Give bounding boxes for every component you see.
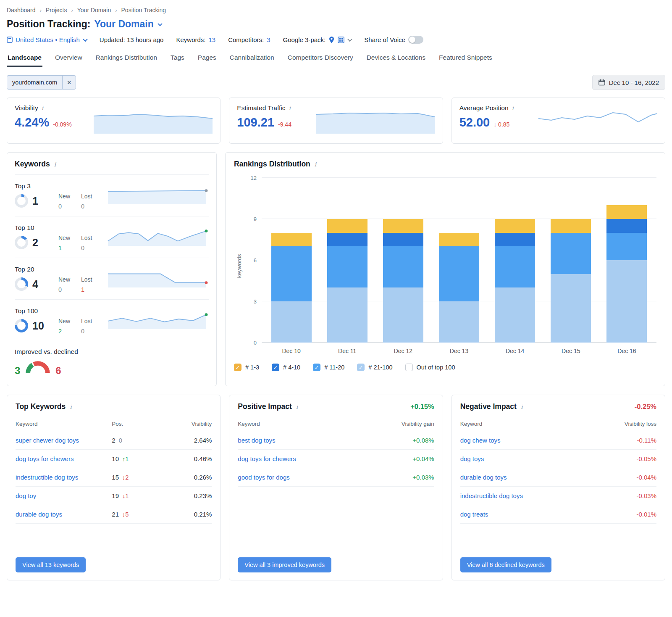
location-language-selector[interactable]: United States • English	[7, 36, 87, 43]
info-icon[interactable]: i	[314, 161, 317, 168]
bar-segment[interactable]	[271, 246, 312, 301]
keywords-count-link[interactable]: 13	[209, 36, 216, 43]
info-icon[interactable]: i	[53, 161, 57, 168]
bar-segment[interactable]	[606, 205, 647, 219]
chevron-down-icon[interactable]	[348, 37, 352, 41]
keyword-link[interactable]: best dog toys	[238, 437, 384, 444]
bar-segment[interactable]	[271, 233, 312, 247]
map-pin-icon[interactable]	[328, 36, 335, 44]
tab-cannibalization[interactable]: Cannibalization	[229, 50, 275, 67]
info-icon[interactable]: i	[288, 105, 291, 111]
bar-segment[interactable]	[383, 287, 423, 343]
legend-item[interactable]: Out of top 100	[405, 364, 455, 371]
bar-dec-16[interactable]	[599, 178, 655, 343]
close-icon[interactable]: ✕	[62, 76, 76, 89]
tab-overview[interactable]: Overview	[54, 50, 83, 67]
bar-segment[interactable]	[551, 274, 591, 343]
legend-label: # 11-20	[324, 364, 344, 371]
tab-devices-locations[interactable]: Devices & Locations	[366, 50, 426, 67]
info-icon[interactable]: i	[520, 403, 523, 410]
legend-checkbox[interactable]	[405, 364, 413, 371]
tab-competitors-discovery[interactable]: Competitors Discovery	[287, 50, 354, 67]
y-tick-label: 9	[254, 216, 257, 222]
bar-segment[interactable]	[383, 233, 423, 247]
tab-pages[interactable]: Pages	[197, 50, 217, 67]
bar-dec-15[interactable]	[543, 178, 599, 343]
info-icon[interactable]: i	[41, 105, 44, 111]
bar-segment[interactable]	[439, 246, 479, 301]
bar-segment[interactable]	[383, 246, 423, 287]
bar-dec-13[interactable]	[431, 178, 487, 343]
view-declined-keywords-button[interactable]: View all 6 declined keywords	[460, 557, 551, 572]
keyword-link[interactable]: super chewer dog toys	[16, 437, 112, 444]
keyword-link[interactable]: dog toys for chewers	[16, 455, 112, 462]
bar-segment[interactable]	[551, 233, 591, 274]
bar-segment[interactable]	[327, 233, 368, 247]
keyword-link[interactable]: dog toys	[460, 455, 607, 462]
bar-segment[interactable]	[495, 246, 535, 287]
breadcrumb-projects[interactable]: Projects	[46, 7, 67, 13]
bar-segment[interactable]	[606, 260, 647, 343]
keyword-link[interactable]: indestructible dog toys	[460, 492, 607, 499]
bar-segment[interactable]	[271, 301, 312, 343]
keyword-link[interactable]: indestructible dog toys	[16, 474, 112, 481]
lost-value: 1	[81, 286, 107, 293]
breadcrumb-your-domain[interactable]: Your Domain	[77, 7, 111, 13]
bar-segment[interactable]	[327, 219, 368, 233]
keyword-link[interactable]: durable dog toys	[16, 511, 112, 518]
bar-segment[interactable]	[606, 233, 647, 260]
tab-featured-snippets[interactable]: Featured Snippets	[438, 50, 493, 67]
bar-segment[interactable]	[439, 301, 479, 343]
domain-filter-chip[interactable]: yourdomain.com ✕	[7, 75, 76, 90]
view-all-keywords-button[interactable]: View all 13 keywords	[16, 557, 86, 572]
bar-dec-12[interactable]	[375, 178, 431, 343]
share-of-voice-toggle[interactable]	[408, 36, 423, 44]
tab-landscape[interactable]: Landscape	[7, 50, 42, 67]
bar-segment[interactable]	[495, 219, 535, 233]
y-tick-label: 6	[254, 257, 257, 264]
view-improved-keywords-button[interactable]: View all 3 improved keywords	[238, 557, 331, 572]
date-range-picker[interactable]: Dec 10 - 16, 2022	[592, 75, 665, 90]
bar-segment[interactable]	[551, 219, 591, 233]
bar-segment[interactable]	[327, 287, 368, 343]
info-icon[interactable]: i	[511, 105, 514, 111]
info-icon[interactable]: i	[295, 403, 299, 410]
domain-selector[interactable]: Your Domain	[94, 18, 153, 30]
legend-checkbox[interactable]	[313, 364, 320, 371]
bar-segment[interactable]	[439, 233, 479, 247]
bar-segment[interactable]	[495, 287, 535, 343]
legend-item[interactable]: # 1-3	[234, 364, 259, 371]
bar-dec-10[interactable]	[263, 178, 319, 343]
bar-segment[interactable]	[495, 233, 535, 247]
position-value: 19	[112, 492, 119, 499]
chevron-down-icon[interactable]	[158, 21, 162, 26]
keyword-link[interactable]: dog treats	[460, 511, 607, 518]
tab-tags[interactable]: Tags	[170, 50, 185, 67]
legend-item[interactable]: # 21-100	[357, 364, 392, 371]
keyword-link[interactable]: dog toys for chewers	[238, 455, 384, 462]
legend-item[interactable]: # 11-20	[313, 364, 344, 371]
bar-dec-11[interactable]	[319, 178, 375, 343]
bar-segment[interactable]	[327, 246, 368, 287]
legend-item[interactable]: # 4-10	[272, 364, 300, 371]
top-keywords-title: Top Keywords	[16, 402, 66, 411]
keyword-link[interactable]: dog toy	[16, 492, 112, 499]
bar-dec-14[interactable]	[487, 178, 543, 343]
tab-rankings-distribution[interactable]: Rankings Distribution	[95, 50, 158, 67]
bar-segment[interactable]	[383, 219, 423, 233]
legend-checkbox[interactable]	[234, 364, 242, 371]
breadcrumb-dashboard[interactable]: Dashboard	[7, 7, 36, 13]
competitors-count-link[interactable]: 3	[267, 36, 270, 43]
location-language-label[interactable]: United States • English	[16, 36, 80, 43]
legend-checkbox[interactable]	[357, 364, 365, 371]
x-axis-label: Dec 11	[319, 348, 375, 354]
keyword-link[interactable]: dog chew toys	[460, 437, 607, 444]
bar-segment[interactable]	[606, 219, 647, 233]
info-icon[interactable]: i	[69, 403, 72, 410]
legend-checkbox[interactable]	[272, 364, 279, 371]
y-tick-label: 3	[254, 298, 257, 305]
local-pack-icon[interactable]	[338, 37, 344, 43]
keyword-link[interactable]: durable dog toys	[460, 474, 607, 481]
keyword-link[interactable]: good toys for dogs	[238, 474, 384, 481]
x-axis-label: Dec 10	[263, 348, 319, 354]
